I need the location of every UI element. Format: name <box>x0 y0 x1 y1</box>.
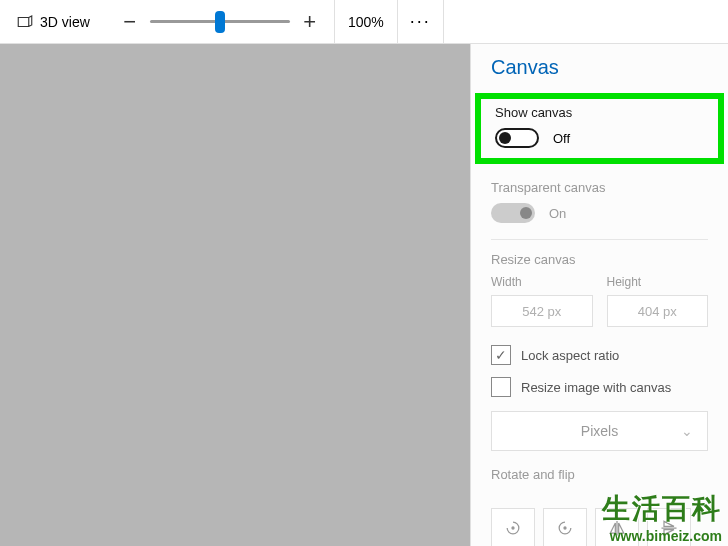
transparent-canvas-section: Transparent canvas On <box>471 172 728 235</box>
zoom-controls: − + <box>116 8 324 36</box>
zoom-in-button[interactable]: + <box>296 8 324 36</box>
show-canvas-highlight: Show canvas Off <box>475 93 724 164</box>
show-canvas-state: Off <box>553 131 570 146</box>
svg-point-1 <box>563 526 566 529</box>
more-button[interactable]: ··· <box>398 0 444 44</box>
checkmark-icon: ✓ <box>495 347 507 363</box>
show-canvas-toggle[interactable] <box>495 128 539 148</box>
transparent-canvas-row: On <box>491 203 708 223</box>
resize-canvas-section: Resize canvas Width 542 px Height 404 px <box>471 244 728 339</box>
transparent-canvas-toggle[interactable] <box>491 203 535 223</box>
unit-dropdown[interactable]: Pixels ⌄ <box>491 411 708 451</box>
slider-thumb[interactable] <box>215 11 225 33</box>
dimensions-row: Width 542 px Height 404 px <box>491 275 708 327</box>
lock-aspect-row: ✓ Lock aspect ratio <box>471 339 728 371</box>
width-column: Width 542 px <box>491 275 593 327</box>
flip-horizontal-button[interactable] <box>595 508 639 546</box>
toggle-knob <box>499 132 511 144</box>
show-canvas-label: Show canvas <box>495 105 704 120</box>
resize-image-checkbox[interactable] <box>491 377 511 397</box>
lock-aspect-label: Lock aspect ratio <box>521 348 619 363</box>
rotate-flip-buttons <box>471 502 728 546</box>
zoom-level-display[interactable]: 100% <box>334 0 398 44</box>
resize-image-label: Resize image with canvas <box>521 380 671 395</box>
svg-point-0 <box>511 526 514 529</box>
resize-canvas-label: Resize canvas <box>491 252 708 267</box>
rotate-left-button[interactable] <box>491 508 535 546</box>
flip-vertical-button[interactable] <box>647 508 691 546</box>
rotate-flip-label: Rotate and flip <box>491 467 708 482</box>
rotate-left-icon <box>503 518 523 538</box>
canvas-workspace[interactable] <box>0 44 470 546</box>
height-column: Height 404 px <box>607 275 709 327</box>
divider <box>491 239 708 240</box>
top-toolbar: 3D view − + 100% ··· <box>0 0 728 44</box>
lock-aspect-checkbox[interactable]: ✓ <box>491 345 511 365</box>
3d-view-button[interactable]: 3D view <box>8 10 98 34</box>
show-canvas-row: Off <box>495 128 704 148</box>
height-label: Height <box>607 275 709 289</box>
height-input[interactable]: 404 px <box>607 295 709 327</box>
zoom-slider[interactable] <box>150 8 290 36</box>
unit-value: Pixels <box>581 423 618 439</box>
flip-vertical-icon <box>659 518 679 538</box>
width-label: Width <box>491 275 593 289</box>
cube-icon <box>16 15 34 29</box>
rotate-flip-section: Rotate and flip <box>471 459 728 502</box>
width-input[interactable]: 542 px <box>491 295 593 327</box>
transparent-canvas-state: On <box>549 206 566 221</box>
chevron-down-icon: ⌄ <box>681 423 693 439</box>
toggle-knob <box>520 207 532 219</box>
resize-image-row: Resize image with canvas <box>471 371 728 403</box>
panel-title: Canvas <box>471 56 728 93</box>
rotate-right-icon <box>555 518 575 538</box>
flip-horizontal-icon <box>607 518 627 538</box>
view-label: 3D view <box>40 14 90 30</box>
canvas-panel: Canvas Show canvas Off Transparent canva… <box>470 44 728 546</box>
rotate-right-button[interactable] <box>543 508 587 546</box>
main-area: Canvas Show canvas Off Transparent canva… <box>0 44 728 546</box>
zoom-out-button[interactable]: − <box>116 8 144 36</box>
transparent-canvas-label: Transparent canvas <box>491 180 708 195</box>
